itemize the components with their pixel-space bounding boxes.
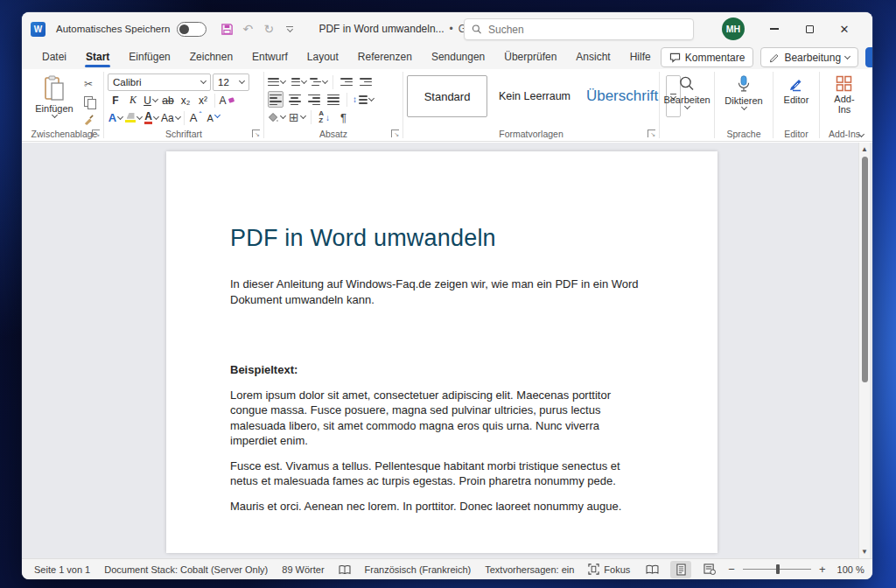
focus-icon	[588, 564, 599, 575]
zoom-in-button[interactable]: +	[819, 565, 826, 574]
share-button[interactable]: Freigeben	[865, 47, 872, 67]
tab-entwurf[interactable]: Entwurf	[242, 46, 298, 68]
tab-zeichnen[interactable]: Zeichnen	[180, 46, 242, 68]
paragraph-dialog-launcher[interactable]: ↘	[391, 130, 399, 137]
account-avatar[interactable]: MH	[722, 18, 745, 40]
underline-letter: U	[144, 94, 151, 107]
close-button[interactable]: ✕	[827, 16, 862, 42]
styles-group: Standard Kein Leerraum Überschrift Forma…	[403, 69, 659, 141]
paragraph-group: ↕ ⊞	[264, 69, 402, 141]
text-predictions-status[interactable]: Textvorhersagen: ein	[485, 564, 574, 575]
tab-einfuegen[interactable]: Einfügen	[119, 46, 179, 68]
comments-button[interactable]: Kommentare	[661, 47, 754, 67]
search-box[interactable]	[464, 18, 694, 40]
change-case-button[interactable]: Aa	[161, 109, 180, 126]
tab-start[interactable]: Start	[76, 46, 119, 68]
scroll-down-arrow[interactable]: ▼	[859, 548, 870, 556]
addins-group: Add-Ins Add-Ins	[820, 69, 869, 141]
bullets-button[interactable]	[268, 74, 285, 90]
maximize-button[interactable]	[792, 16, 827, 42]
save-button[interactable]	[217, 19, 236, 38]
tab-referenzen[interactable]: Referenzen	[348, 46, 422, 68]
tab-datei[interactable]: Datei	[32, 46, 76, 68]
font-size-combo[interactable]: 12	[213, 74, 249, 91]
text-effects-button[interactable]: A	[108, 109, 123, 126]
dictate-button[interactable]: Diktieren	[718, 74, 769, 127]
document-page[interactable]: PDF in Word umwandeln In dieser Anleitun…	[166, 151, 718, 553]
italic-button[interactable]: K	[125, 92, 141, 108]
tab-sendungen[interactable]: Sendungen	[422, 46, 494, 68]
shrink-font-button[interactable]: A	[206, 109, 221, 126]
decrease-indent-button[interactable]	[339, 74, 354, 90]
cut-button[interactable]: ✂	[80, 76, 97, 91]
justify-button[interactable]	[326, 91, 341, 108]
bold-button[interactable]: F	[108, 92, 123, 108]
zoom-slider[interactable]	[743, 569, 811, 570]
proofing-status[interactable]	[339, 564, 351, 575]
language-status[interactable]: Französisch (Frankreich)	[365, 564, 472, 575]
tab-ansicht[interactable]: Ansicht	[566, 46, 620, 68]
sort-button[interactable]: AZ ↓	[317, 109, 332, 126]
search-icon	[472, 24, 482, 35]
numbering-button[interactable]	[289, 74, 306, 90]
align-left-button[interactable]	[268, 91, 284, 108]
search-input[interactable]	[488, 24, 686, 36]
underline-button[interactable]: U	[143, 92, 158, 108]
grow-font-button[interactable]: A ˆ	[188, 109, 204, 126]
editor-button[interactable]: Editor	[777, 74, 816, 127]
vertical-scrollbar[interactable]: ▲ ▼	[858, 143, 870, 558]
style-ueberschrift[interactable]: Überschrift	[582, 75, 662, 117]
tab-layout[interactable]: Layout	[298, 46, 348, 68]
increase-indent-button[interactable]	[358, 74, 374, 90]
zoom-slider-thumb[interactable]	[776, 564, 780, 574]
multilevel-list-button[interactable]	[310, 74, 327, 90]
quick-access-more-button[interactable]	[280, 19, 299, 38]
word-app-window: W Automatisches Speichern ↶ ↻ PDF in Wor…	[22, 12, 872, 579]
clipboard-dialog-launcher[interactable]: ↘	[92, 130, 100, 137]
style-standard[interactable]: Standard	[407, 75, 487, 117]
redo-button[interactable]: ↻	[259, 19, 278, 38]
editing-mode-button[interactable]: Bearbeitung	[760, 47, 858, 67]
editing-menu-button[interactable]: Bearbeiten	[663, 74, 710, 127]
shading-button[interactable]	[268, 109, 285, 126]
styles-dialog-launcher[interactable]: ↘	[648, 130, 655, 137]
word-count-status[interactable]: 89 Wörter	[282, 564, 324, 575]
zoom-percentage[interactable]: 100 %	[837, 564, 864, 575]
clear-formatting-button[interactable]: A	[219, 92, 234, 108]
editor-label: Editor	[784, 94, 809, 105]
tab-ueberpruefen[interactable]: Überprüfen	[494, 46, 566, 68]
highlight-button[interactable]	[125, 109, 142, 126]
minimize-icon	[770, 28, 779, 29]
focus-mode-button[interactable]: Fokus	[588, 564, 630, 575]
scroll-up-arrow[interactable]: ▲	[859, 145, 870, 153]
scrollbar-thumb[interactable]	[862, 157, 868, 382]
borders-button[interactable]: ⊞	[289, 109, 305, 126]
page-count-status[interactable]: Seite 1 von 1	[34, 564, 90, 575]
print-layout-button[interactable]	[670, 561, 691, 578]
style-kein-leerraum[interactable]: Kein Leerraum	[491, 75, 578, 117]
align-right-button[interactable]	[306, 91, 322, 108]
autosave-toggle[interactable]	[177, 22, 206, 37]
font-family-combo[interactable]: Calibri	[108, 74, 211, 91]
titlebar[interactable]: W Automatisches Speichern ↶ ↻ PDF in Wor…	[22, 12, 872, 46]
read-mode-button[interactable]	[641, 561, 662, 578]
tab-hilfe[interactable]: Hilfe	[620, 46, 661, 68]
minimize-button[interactable]	[757, 16, 792, 42]
font-color-button[interactable]: A	[144, 109, 159, 126]
align-center-button[interactable]	[287, 91, 303, 108]
addins-button[interactable]: Add-Ins	[823, 74, 865, 127]
undo-button[interactable]: ↶	[238, 19, 257, 38]
line-spacing-button[interactable]: ↕	[353, 91, 374, 108]
paste-clipboard-icon	[43, 75, 66, 102]
web-layout-button[interactable]	[699, 561, 720, 578]
zoom-out-button[interactable]: −	[728, 565, 735, 574]
subscript-button[interactable]: x₂	[178, 92, 193, 108]
copy-button[interactable]	[80, 94, 97, 108]
superscript-button[interactable]: x²	[195, 92, 211, 108]
format-painter-button[interactable]	[80, 112, 97, 127]
paste-button[interactable]: Einfügen	[29, 74, 80, 127]
clear-formatting-letter: A	[219, 94, 226, 107]
strikethrough-button[interactable]: ab	[160, 92, 176, 108]
show-paragraph-marks-button[interactable]: ¶	[336, 109, 352, 126]
font-dialog-launcher[interactable]: ↘	[252, 130, 260, 137]
